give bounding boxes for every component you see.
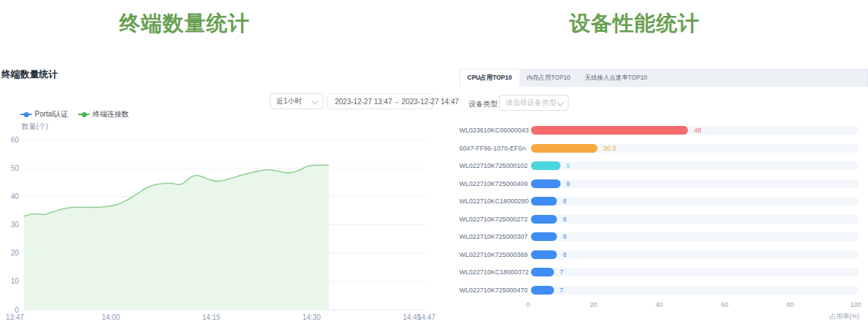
device-type-label: 设备类型 [469, 99, 498, 109]
section-title: 终端数量统计 [1, 68, 58, 81]
bar-category-label: WL022710KC18000372 [459, 268, 528, 276]
bar-track: 8 [531, 215, 859, 224]
chart-legend: Portal认证终端连接数 [20, 109, 129, 119]
bar-category-label: WL022710K725000369 [459, 251, 528, 258]
svg-text:0: 0 [14, 306, 19, 314]
right-page-title: 设备性能统计 [446, 9, 822, 38]
bar-track: 7 [531, 286, 859, 295]
bar-value-label: 7 [560, 268, 563, 276]
bar-row: WL022710K7250001029 [459, 157, 868, 175]
bar-track: 9 [531, 161, 859, 170]
x-axis-unit-label: 占用率(%) [459, 312, 859, 321]
tab-active[interactable]: CPU占用TOP10 [460, 69, 519, 87]
svg-text:14:15: 14:15 [202, 313, 220, 321]
bar-value-label: 8 [563, 250, 566, 259]
tab-inactive[interactable]: 无线接入点速率TOP10 [578, 69, 655, 87]
bar-track: 48 [531, 126, 859, 135]
bar-fill [531, 197, 557, 206]
time-range-select[interactable]: 近1小时 [270, 93, 323, 109]
bar-value-label: 9 [566, 179, 570, 188]
svg-text:14:47: 14:47 [417, 313, 435, 321]
bar-track: 7 [531, 268, 859, 276]
bar-category-label: WL023610KC06000043 [459, 127, 528, 134]
bar-category-label: WL022710K725000272 [459, 216, 528, 223]
legend-item[interactable]: 终端连接数 [78, 109, 129, 119]
time-range-value: 近1小时 [276, 96, 302, 106]
bar-track: 20.3 [531, 144, 859, 153]
bar-category-label: WL022710K725000307 [459, 233, 528, 240]
bar-category-label: WL022710KC18000280 [459, 198, 528, 205]
bar-value-label: 8 [563, 197, 566, 206]
bar-category-label: WL022710K725000409 [459, 180, 528, 187]
x-axis-tick: 40 [655, 301, 663, 308]
bar-fill [531, 126, 688, 135]
date-end: 2023-12-27 14:47 [401, 98, 459, 106]
bar-value-label: 7 [560, 286, 563, 295]
bar-track: 8 [531, 232, 859, 241]
svg-text:14:00: 14:00 [102, 313, 120, 321]
x-axis-tick: 100 [850, 301, 861, 308]
bar-track: 8 [531, 250, 859, 259]
x-axis-tick: 20 [590, 301, 597, 308]
legend-label: Portal认证 [35, 109, 68, 119]
svg-text:13:47: 13:47 [6, 313, 24, 321]
date-separator: - [395, 98, 399, 106]
tab-inactive[interactable]: 内存占用TOP10 [519, 69, 578, 87]
bar-row: WL022710K7250004099 [459, 175, 868, 193]
bar-row: WL022710K7250004707 [459, 282, 868, 300]
svg-text:40: 40 [11, 192, 20, 200]
bar-value-label: 9 [566, 161, 570, 170]
chevron-down-icon [312, 98, 319, 105]
left-page-title: 终端数量统计 [0, 9, 369, 38]
bar-value-label: 8 [563, 232, 566, 241]
svg-text:14:30: 14:30 [302, 313, 320, 321]
chevron-down-icon [557, 99, 564, 106]
legend-marker-icon [78, 111, 90, 117]
bar-value-label: 8 [563, 215, 566, 224]
svg-text:60: 60 [11, 136, 20, 144]
svg-text:50: 50 [11, 164, 20, 172]
x-axis-tick: 80 [786, 301, 793, 308]
line-chart: 010203040506013:4714:0014:1514:3014:4514… [0, 132, 437, 326]
x-axis-tick: 60 [721, 301, 728, 308]
svg-text:20: 20 [11, 249, 20, 257]
bar-row: WL022710KC180003727 [459, 263, 868, 282]
date-start: 2023-12-27 13:47 [335, 98, 392, 106]
svg-text:30: 30 [11, 221, 20, 229]
legend-marker-icon [20, 111, 32, 117]
date-range-picker[interactable]: 2023-12-27 13:47 - 2023-12-27 14:47 [327, 93, 433, 109]
bar-track: 9 [531, 179, 859, 188]
x-axis-tick: 0 [526, 301, 529, 308]
bar-row: WL022710K7250003698 [459, 246, 868, 264]
bar-row: WL022710KC180002808 [459, 192, 868, 211]
bar-category-label: WL022710K725000470 [459, 287, 528, 294]
device-type-placeholder: 请选择设备类型 [506, 98, 556, 108]
bar-category-label: 6047-FF96-1070-EF0A [459, 145, 528, 152]
bar-value-label: 20.3 [603, 144, 616, 153]
bar-category-label: WL022710K725000102 [459, 162, 528, 169]
svg-text:10: 10 [11, 277, 20, 285]
bar-row: 6047-FF96-1070-EF0A20.3 [459, 140, 868, 158]
bar-track: 8 [531, 197, 859, 206]
bar-value-label: 48 [694, 126, 701, 135]
bar-fill [531, 179, 561, 188]
bar-row: WL022710K7250003078 [459, 228, 868, 246]
bar-fill [531, 286, 554, 295]
tab-bar: CPU占用TOP10内存占用TOP10无线接入点速率TOP10 [459, 69, 868, 87]
bar-fill [531, 144, 597, 153]
bar-fill [531, 250, 557, 259]
bar-row: WL023610KC0600004348 [459, 122, 868, 140]
bar-chart: WL023610KC06000043486047-FF96-1070-EF0A2… [459, 122, 868, 299]
bar-fill [531, 215, 557, 224]
bar-fill [531, 161, 561, 170]
legend-label: 终端连接数 [93, 109, 129, 119]
bar-row: WL022710K7250002728 [459, 211, 868, 229]
device-type-select[interactable]: 请选择设备类型 [499, 95, 569, 111]
legend-item[interactable]: Portal认证 [20, 109, 68, 119]
bar-chart-x-axis: 020406080100 [528, 301, 856, 310]
dashboard-page: { "left_panel": { "page_title": "终端数量统计"… [0, 0, 868, 330]
bar-fill [531, 232, 557, 241]
y-axis-title: 数量(个) [22, 122, 48, 132]
bar-fill [531, 268, 554, 276]
